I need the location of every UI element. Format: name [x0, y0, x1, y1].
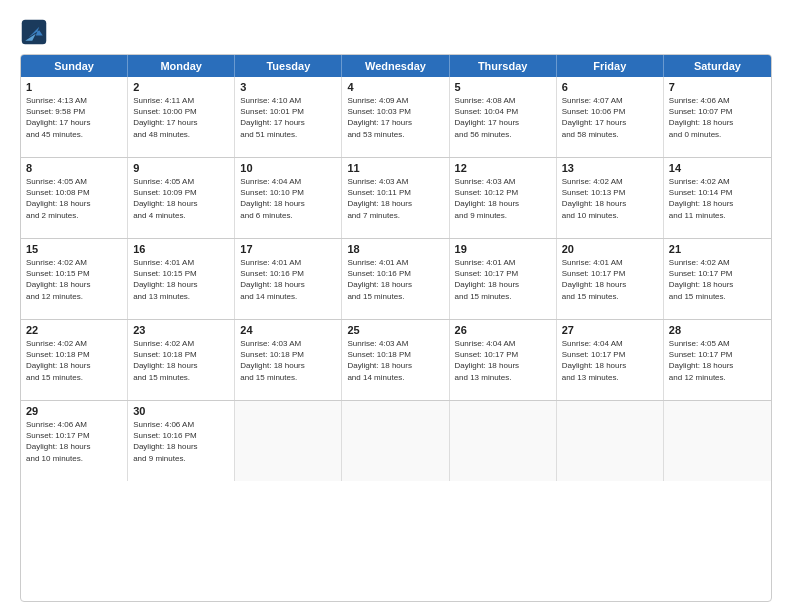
- calendar-cell-29: 29Sunrise: 4:06 AM Sunset: 10:17 PM Dayl…: [21, 401, 128, 481]
- day-number: 3: [240, 81, 336, 93]
- header-day-friday: Friday: [557, 55, 664, 77]
- calendar-cell-14: 14Sunrise: 4:02 AM Sunset: 10:14 PM Dayl…: [664, 158, 771, 238]
- header: [20, 18, 772, 46]
- day-info: Sunrise: 4:05 AM Sunset: 10:09 PM Daylig…: [133, 176, 229, 221]
- day-info: Sunrise: 4:11 AM Sunset: 10:00 PM Daylig…: [133, 95, 229, 140]
- day-number: 16: [133, 243, 229, 255]
- day-info: Sunrise: 4:03 AM Sunset: 10:18 PM Daylig…: [240, 338, 336, 383]
- day-info: Sunrise: 4:01 AM Sunset: 10:16 PM Daylig…: [347, 257, 443, 302]
- day-number: 29: [26, 405, 122, 417]
- calendar-cell-5: 5Sunrise: 4:08 AM Sunset: 10:04 PM Dayli…: [450, 77, 557, 157]
- calendar-cell-24: 24Sunrise: 4:03 AM Sunset: 10:18 PM Dayl…: [235, 320, 342, 400]
- day-number: 27: [562, 324, 658, 336]
- day-number: 23: [133, 324, 229, 336]
- day-info: Sunrise: 4:06 AM Sunset: 10:07 PM Daylig…: [669, 95, 766, 140]
- header-day-saturday: Saturday: [664, 55, 771, 77]
- calendar-cell-21: 21Sunrise: 4:02 AM Sunset: 10:17 PM Dayl…: [664, 239, 771, 319]
- day-info: Sunrise: 4:02 AM Sunset: 10:13 PM Daylig…: [562, 176, 658, 221]
- day-number: 15: [26, 243, 122, 255]
- calendar-cell-17: 17Sunrise: 4:01 AM Sunset: 10:16 PM Dayl…: [235, 239, 342, 319]
- day-info: Sunrise: 4:03 AM Sunset: 10:18 PM Daylig…: [347, 338, 443, 383]
- day-info: Sunrise: 4:06 AM Sunset: 10:16 PM Daylig…: [133, 419, 229, 464]
- day-info: Sunrise: 4:02 AM Sunset: 10:14 PM Daylig…: [669, 176, 766, 221]
- calendar-cell-19: 19Sunrise: 4:01 AM Sunset: 10:17 PM Dayl…: [450, 239, 557, 319]
- calendar-week-3: 22Sunrise: 4:02 AM Sunset: 10:18 PM Dayl…: [21, 320, 771, 401]
- calendar-week-0: 1Sunrise: 4:13 AM Sunset: 9:58 PM Daylig…: [21, 77, 771, 158]
- calendar-cell-25: 25Sunrise: 4:03 AM Sunset: 10:18 PM Dayl…: [342, 320, 449, 400]
- calendar-cell-28: 28Sunrise: 4:05 AM Sunset: 10:17 PM Dayl…: [664, 320, 771, 400]
- calendar-cell-18: 18Sunrise: 4:01 AM Sunset: 10:16 PM Dayl…: [342, 239, 449, 319]
- day-number: 19: [455, 243, 551, 255]
- header-day-monday: Monday: [128, 55, 235, 77]
- day-info: Sunrise: 4:13 AM Sunset: 9:58 PM Dayligh…: [26, 95, 122, 140]
- calendar: SundayMondayTuesdayWednesdayThursdayFrid…: [20, 54, 772, 602]
- day-info: Sunrise: 4:10 AM Sunset: 10:01 PM Daylig…: [240, 95, 336, 140]
- day-number: 25: [347, 324, 443, 336]
- day-info: Sunrise: 4:02 AM Sunset: 10:15 PM Daylig…: [26, 257, 122, 302]
- calendar-cell-1: 1Sunrise: 4:13 AM Sunset: 9:58 PM Daylig…: [21, 77, 128, 157]
- day-number: 6: [562, 81, 658, 93]
- day-info: Sunrise: 4:04 AM Sunset: 10:10 PM Daylig…: [240, 176, 336, 221]
- day-info: Sunrise: 4:01 AM Sunset: 10:15 PM Daylig…: [133, 257, 229, 302]
- day-number: 17: [240, 243, 336, 255]
- calendar-cell-13: 13Sunrise: 4:02 AM Sunset: 10:13 PM Dayl…: [557, 158, 664, 238]
- calendar-body: 1Sunrise: 4:13 AM Sunset: 9:58 PM Daylig…: [21, 77, 771, 481]
- calendar-cell-empty-3: [342, 401, 449, 481]
- calendar-cell-3: 3Sunrise: 4:10 AM Sunset: 10:01 PM Dayli…: [235, 77, 342, 157]
- calendar-week-4: 29Sunrise: 4:06 AM Sunset: 10:17 PM Dayl…: [21, 401, 771, 481]
- day-info: Sunrise: 4:04 AM Sunset: 10:17 PM Daylig…: [455, 338, 551, 383]
- day-number: 5: [455, 81, 551, 93]
- day-info: Sunrise: 4:06 AM Sunset: 10:17 PM Daylig…: [26, 419, 122, 464]
- day-number: 18: [347, 243, 443, 255]
- day-number: 4: [347, 81, 443, 93]
- calendar-week-2: 15Sunrise: 4:02 AM Sunset: 10:15 PM Dayl…: [21, 239, 771, 320]
- day-number: 12: [455, 162, 551, 174]
- calendar-week-1: 8Sunrise: 4:05 AM Sunset: 10:08 PM Dayli…: [21, 158, 771, 239]
- logo-icon: [20, 18, 48, 46]
- day-info: Sunrise: 4:04 AM Sunset: 10:17 PM Daylig…: [562, 338, 658, 383]
- day-number: 2: [133, 81, 229, 93]
- day-number: 11: [347, 162, 443, 174]
- day-number: 8: [26, 162, 122, 174]
- day-number: 9: [133, 162, 229, 174]
- calendar-cell-9: 9Sunrise: 4:05 AM Sunset: 10:09 PM Dayli…: [128, 158, 235, 238]
- day-info: Sunrise: 4:05 AM Sunset: 10:17 PM Daylig…: [669, 338, 766, 383]
- calendar-cell-11: 11Sunrise: 4:03 AM Sunset: 10:11 PM Dayl…: [342, 158, 449, 238]
- calendar-cell-15: 15Sunrise: 4:02 AM Sunset: 10:15 PM Dayl…: [21, 239, 128, 319]
- header-day-wednesday: Wednesday: [342, 55, 449, 77]
- header-day-thursday: Thursday: [450, 55, 557, 77]
- day-number: 22: [26, 324, 122, 336]
- calendar-cell-empty-2: [235, 401, 342, 481]
- day-info: Sunrise: 4:08 AM Sunset: 10:04 PM Daylig…: [455, 95, 551, 140]
- calendar-cell-16: 16Sunrise: 4:01 AM Sunset: 10:15 PM Dayl…: [128, 239, 235, 319]
- calendar-cell-27: 27Sunrise: 4:04 AM Sunset: 10:17 PM Dayl…: [557, 320, 664, 400]
- day-info: Sunrise: 4:02 AM Sunset: 10:17 PM Daylig…: [669, 257, 766, 302]
- day-info: Sunrise: 4:01 AM Sunset: 10:17 PM Daylig…: [562, 257, 658, 302]
- day-number: 10: [240, 162, 336, 174]
- day-number: 21: [669, 243, 766, 255]
- calendar-cell-6: 6Sunrise: 4:07 AM Sunset: 10:06 PM Dayli…: [557, 77, 664, 157]
- calendar-cell-8: 8Sunrise: 4:05 AM Sunset: 10:08 PM Dayli…: [21, 158, 128, 238]
- calendar-cell-10: 10Sunrise: 4:04 AM Sunset: 10:10 PM Dayl…: [235, 158, 342, 238]
- calendar-cell-23: 23Sunrise: 4:02 AM Sunset: 10:18 PM Dayl…: [128, 320, 235, 400]
- calendar-cell-12: 12Sunrise: 4:03 AM Sunset: 10:12 PM Dayl…: [450, 158, 557, 238]
- page: SundayMondayTuesdayWednesdayThursdayFrid…: [0, 0, 792, 612]
- header-day-sunday: Sunday: [21, 55, 128, 77]
- day-number: 24: [240, 324, 336, 336]
- calendar-cell-4: 4Sunrise: 4:09 AM Sunset: 10:03 PM Dayli…: [342, 77, 449, 157]
- day-number: 28: [669, 324, 766, 336]
- day-number: 14: [669, 162, 766, 174]
- header-day-tuesday: Tuesday: [235, 55, 342, 77]
- calendar-cell-22: 22Sunrise: 4:02 AM Sunset: 10:18 PM Dayl…: [21, 320, 128, 400]
- day-number: 26: [455, 324, 551, 336]
- day-number: 7: [669, 81, 766, 93]
- calendar-cell-empty-5: [557, 401, 664, 481]
- calendar-cell-2: 2Sunrise: 4:11 AM Sunset: 10:00 PM Dayli…: [128, 77, 235, 157]
- day-number: 13: [562, 162, 658, 174]
- calendar-cell-26: 26Sunrise: 4:04 AM Sunset: 10:17 PM Dayl…: [450, 320, 557, 400]
- calendar-cell-empty-4: [450, 401, 557, 481]
- day-info: Sunrise: 4:01 AM Sunset: 10:17 PM Daylig…: [455, 257, 551, 302]
- day-info: Sunrise: 4:03 AM Sunset: 10:12 PM Daylig…: [455, 176, 551, 221]
- calendar-cell-30: 30Sunrise: 4:06 AM Sunset: 10:16 PM Dayl…: [128, 401, 235, 481]
- calendar-header: SundayMondayTuesdayWednesdayThursdayFrid…: [21, 55, 771, 77]
